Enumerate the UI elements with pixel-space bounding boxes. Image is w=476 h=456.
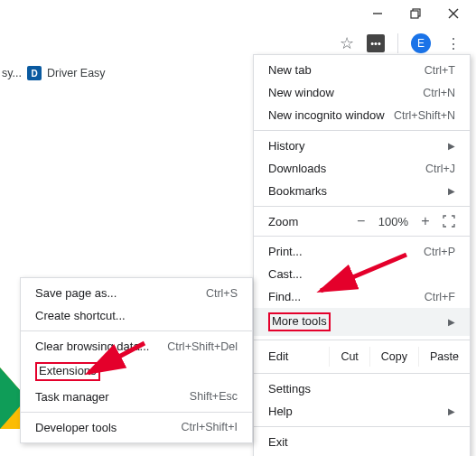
shortcut: Ctrl+J: [425, 163, 455, 175]
menu-settings[interactable]: Settings: [254, 377, 470, 400]
menu-find[interactable]: Find... Ctrl+F: [254, 285, 470, 308]
toolbar-divider: [397, 33, 398, 53]
menu-separator: [254, 236, 470, 237]
shortcut: Ctrl+F: [425, 291, 455, 303]
extension-badge[interactable]: •••: [367, 34, 385, 52]
menu-label: Task manager: [35, 390, 109, 404]
menu-separator: [254, 206, 470, 207]
menu-edit-row: Edit Cut Copy Paste: [254, 344, 470, 369]
fullscreen-icon[interactable]: [443, 215, 455, 228]
shortcut: Shift+Esc: [190, 390, 238, 403]
chevron-right-icon: ▶: [448, 141, 455, 151]
shortcut: Ctrl+Shift+I: [181, 421, 238, 433]
menu-incognito[interactable]: New incognito window Ctrl+Shift+N: [254, 104, 470, 126]
svg-rect-2: [411, 11, 418, 18]
menu-label: New tab: [268, 63, 312, 77]
menu-label: Cast...: [268, 267, 303, 281]
bookmark-favicon: D: [27, 66, 42, 80]
menu-label: History: [268, 139, 304, 153]
submenu-clear-data[interactable]: Clear browsing data... Ctrl+Shift+Del: [21, 335, 252, 358]
menu-exit[interactable]: Exit: [254, 431, 470, 453]
menu-more-tools[interactable]: More tools ▶: [254, 308, 470, 336]
submenu-task-manager[interactable]: Task manager Shift+Esc: [21, 386, 252, 408]
main-menu-button[interactable]: ⋮: [443, 33, 463, 53]
menu-separator: [254, 373, 470, 374]
menu-separator: [21, 412, 252, 413]
minimize-button[interactable]: [371, 7, 384, 20]
menu-cut[interactable]: Cut: [329, 347, 369, 367]
bookmark-item-truncated[interactable]: sy...: [2, 67, 22, 79]
menu-downloads[interactable]: Downloads Ctrl+J: [254, 157, 470, 180]
menu-help[interactable]: Help ▶: [254, 400, 470, 423]
menu-label: New window: [268, 86, 334, 99]
close-button[interactable]: [447, 7, 460, 20]
bookmark-item-driver-easy[interactable]: D Driver Easy: [27, 66, 106, 80]
chevron-right-icon: ▶: [448, 317, 455, 327]
menu-cast[interactable]: Cast...: [254, 263, 470, 285]
menu-label: New incognito window: [268, 108, 385, 122]
menu-label: Clear browsing data...: [35, 340, 149, 353]
more-tools-submenu: Save page as... Ctrl+S Create shortcut..…: [20, 277, 253, 443]
zoom-out-button[interactable]: −: [355, 213, 368, 229]
menu-paste[interactable]: Paste: [418, 347, 470, 367]
menu-label: Save page as...: [35, 286, 117, 300]
menu-print[interactable]: Print... Ctrl+P: [254, 240, 470, 263]
submenu-extensions[interactable]: Extensions: [21, 358, 252, 386]
shortcut: Ctrl+Shift+Del: [167, 340, 238, 353]
menu-copy[interactable]: Copy: [369, 347, 418, 367]
menu-label: Exit: [268, 435, 288, 449]
highlight-more-tools: More tools: [268, 312, 331, 331]
profile-avatar[interactable]: E: [411, 33, 431, 53]
shortcut: Ctrl+Shift+N: [394, 109, 455, 122]
submenu-developer-tools[interactable]: Developer tools Ctrl+Shift+I: [21, 416, 252, 439]
menu-label: Find...: [268, 290, 301, 303]
menu-separator: [254, 130, 470, 131]
chevron-right-icon: ▶: [448, 406, 455, 416]
menu-separator: [254, 426, 470, 427]
menu-label: Edit: [268, 349, 288, 363]
shortcut: Ctrl+T: [425, 64, 455, 77]
bookmark-star-icon[interactable]: ☆: [340, 33, 354, 53]
menu-label: Help: [268, 405, 293, 418]
shortcut: Ctrl+P: [424, 246, 455, 258]
window-titlebar: [0, 0, 476, 27]
shortcut: Ctrl+S: [206, 287, 238, 300]
zoom-in-button[interactable]: +: [419, 213, 432, 229]
main-menu: New tab Ctrl+T New window Ctrl+N New inc…: [253, 54, 471, 456]
menu-label: Zoom: [268, 215, 298, 228]
menu-zoom: Zoom − 100% +: [254, 210, 470, 232]
menu-new-tab[interactable]: New tab Ctrl+T: [254, 59, 470, 81]
menu-new-window[interactable]: New window Ctrl+N: [254, 81, 470, 104]
menu-separator: [254, 340, 470, 340]
restore-button[interactable]: [409, 7, 422, 20]
chevron-right-icon: ▶: [448, 186, 455, 196]
submenu-create-shortcut[interactable]: Create shortcut...: [21, 304, 252, 327]
menu-label: Developer tools: [35, 421, 117, 434]
menu-label: Settings: [268, 382, 311, 396]
submenu-save-page[interactable]: Save page as... Ctrl+S: [21, 282, 252, 304]
highlight-extensions: Extensions: [35, 362, 100, 381]
zoom-level: 100%: [378, 215, 408, 228]
menu-bookmarks[interactable]: Bookmarks ▶: [254, 180, 470, 202]
shortcut: Ctrl+N: [423, 87, 455, 99]
menu-separator: [21, 330, 252, 331]
menu-label: Print...: [268, 245, 303, 258]
bookmark-label: Driver Easy: [47, 67, 106, 79]
menu-label: Downloads: [268, 162, 326, 175]
menu-label: Create shortcut...: [35, 309, 126, 322]
menu-label: Bookmarks: [268, 184, 327, 198]
menu-history[interactable]: History ▶: [254, 135, 470, 157]
